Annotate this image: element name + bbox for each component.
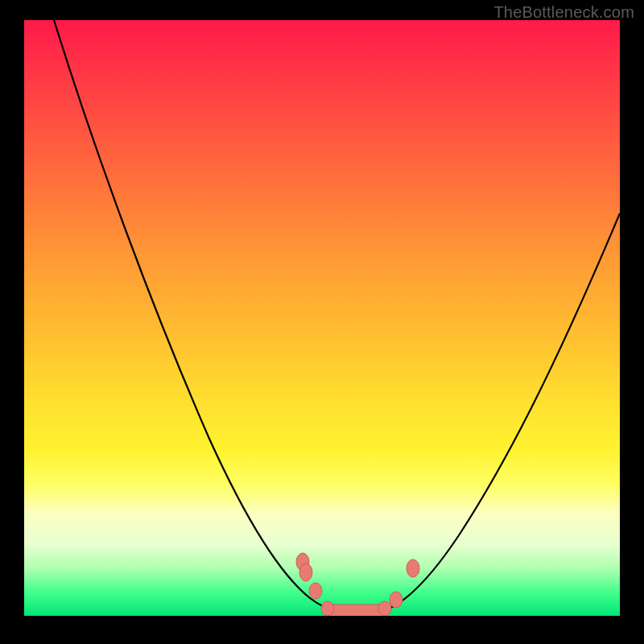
marker-capsule <box>325 605 386 616</box>
curve-layer <box>24 20 620 616</box>
marker-dot <box>321 601 334 616</box>
marker-dot <box>390 592 402 608</box>
marker-cluster <box>296 553 419 616</box>
marker-dot <box>378 601 391 616</box>
marker-dot <box>309 583 322 599</box>
attribution-label: TheBottleneck.com <box>493 3 634 22</box>
marker-dot <box>407 559 419 577</box>
curve-left-branch <box>54 20 340 612</box>
curve-right-branch <box>383 213 620 611</box>
chart-frame: TheBottleneck.com <box>0 0 644 644</box>
plot-area <box>24 20 620 616</box>
marker-dot <box>299 564 312 581</box>
